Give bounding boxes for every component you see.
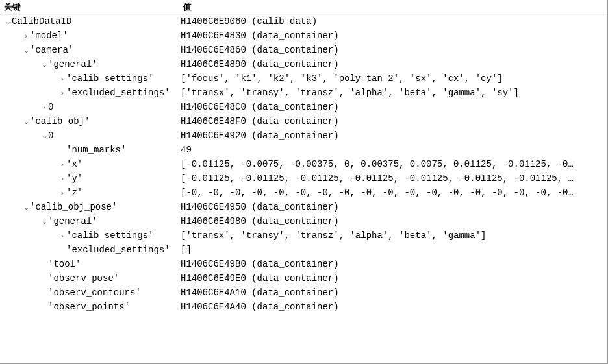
chevron-right-icon[interactable]: › — [40, 101, 48, 114]
node-calib-obj-pose-value: H1406C6E4950 (data_container) — [179, 200, 607, 215]
chevron-right-icon[interactable]: › — [58, 87, 66, 99]
node-pose-excluded-settings-value: [] — [179, 243, 607, 258]
node-observ-pose[interactable]: 'observ_pose' — [0, 272, 179, 286]
node-num-marks-value: 49 — [179, 143, 607, 158]
node-calib-obj-0-value: H1406C6E4920 (data_container) — [179, 129, 607, 143]
node-z[interactable]: ›'z' — [0, 186, 179, 200]
node-camera-0[interactable]: ›0 — [0, 101, 179, 115]
chevron-right-icon[interactable]: › — [22, 30, 30, 42]
node-camera-0-value: H1406C6E48C0 (data_container) — [179, 101, 607, 115]
node-camera-calib-settings[interactable]: ›'calib_settings' — [0, 72, 179, 86]
header-key[interactable]: 关键 — [0, 0, 179, 15]
node-camera-general-value: H1406C6E4890 (data_container) — [179, 58, 607, 72]
chevron-down-icon[interactable]: ⌄ — [22, 201, 30, 213]
node-observ-points[interactable]: 'observ_points' — [0, 300, 179, 315]
chevron-down-icon[interactable]: ⌄ — [4, 16, 12, 28]
node-calib-obj-pose[interactable]: ⌄'calib_obj_pose' — [0, 200, 179, 215]
node-model-label: 'model' — [30, 30, 68, 41]
chevron-right-icon[interactable]: › — [58, 230, 66, 242]
node-x-value: [-0.01125, -0.0075, -0.00375, 0, 0.00375… — [179, 158, 607, 172]
node-calib-obj[interactable]: ⌄'calib_obj' — [0, 115, 179, 129]
node-camera-0-label: 0 — [48, 102, 53, 112]
node-observ-contours-value: H1406C6E4A10 (data_container) — [179, 286, 607, 300]
node-calibdataid-label: CalibDataID — [12, 16, 71, 27]
node-pose-excluded-settings[interactable]: 'excluded_settings' — [0, 243, 179, 258]
node-calib-obj-pose-label: 'calib_obj_pose' — [30, 202, 117, 212]
node-tool-value: H1406C6E49B0 (data_container) — [179, 258, 607, 272]
node-num-marks[interactable]: 'num_marks' — [0, 143, 179, 158]
node-camera-general[interactable]: ⌄'general' — [0, 58, 179, 72]
tree-view-panel: 关键 值 ⌄CalibDataIDH1406C6E9060 (calib_dat… — [0, 0, 607, 363]
node-pose-general-label: 'general' — [48, 216, 97, 226]
node-camera-excluded-settings-label: 'excluded_settings' — [66, 88, 170, 98]
node-observ-contours[interactable]: 'observ_contours' — [0, 286, 179, 300]
node-camera-calib-settings-value: ['focus', 'k1', 'k2', 'k3', 'poly_tan_2'… — [179, 72, 607, 86]
node-camera-general-label: 'general' — [48, 59, 97, 69]
node-num-marks-label: 'num_marks' — [66, 145, 126, 155]
node-model-value: H1406C6E4830 (data_container) — [179, 29, 607, 43]
node-model[interactable]: ›'model' — [0, 29, 179, 43]
node-calib-obj-0[interactable]: ⌄0 — [0, 129, 179, 143]
chevron-down-icon[interactable]: ⌄ — [22, 115, 30, 128]
chevron-down-icon[interactable]: ⌄ — [40, 130, 48, 142]
node-pose-general-value: H1406C6E4980 (data_container) — [179, 215, 607, 229]
node-calib-obj-0-label: 0 — [48, 130, 53, 141]
node-pose-general[interactable]: ⌄'general' — [0, 215, 179, 229]
node-calib-obj-label: 'calib_obj' — [30, 116, 90, 127]
node-observ-points-label: 'observ_points' — [48, 302, 130, 312]
chevron-down-icon[interactable]: ⌄ — [22, 44, 30, 56]
node-x[interactable]: ›'x' — [0, 158, 179, 172]
tree-grid: 关键 值 ⌄CalibDataIDH1406C6E9060 (calib_dat… — [0, 0, 607, 315]
node-camera[interactable]: ⌄'camera' — [0, 43, 179, 58]
node-tool[interactable]: 'tool' — [0, 258, 179, 272]
node-camera-value: H1406C6E4860 (data_container) — [179, 43, 607, 58]
node-z-value: [-0, -0, -0, -0, -0, -0, -0, -0, -0, -0,… — [179, 186, 607, 200]
node-z-label: 'z' — [66, 188, 82, 198]
node-y[interactable]: ›'y' — [0, 172, 179, 186]
node-y-value: [-0.01125, -0.01125, -0.01125, -0.01125,… — [179, 172, 607, 186]
node-calibdataid[interactable]: ⌄CalibDataID — [0, 15, 179, 29]
chevron-right-icon[interactable]: › — [58, 187, 66, 199]
node-observ-pose-label: 'observ_pose' — [48, 273, 119, 284]
node-observ-pose-value: H1406C6E49E0 (data_container) — [179, 272, 607, 286]
chevron-right-icon[interactable]: › — [58, 73, 66, 85]
node-pose-calib-settings-value: ['transx', 'transy', 'transz', 'alpha', … — [179, 229, 607, 243]
node-calib-obj-value: H1406C6E48F0 (data_container) — [179, 115, 607, 129]
node-calibdataid-value: H1406C6E9060 (calib_data) — [179, 15, 607, 29]
node-pose-calib-settings[interactable]: ›'calib_settings' — [0, 229, 179, 243]
chevron-down-icon[interactable]: ⌄ — [40, 215, 48, 228]
header-value[interactable]: 值 — [179, 0, 607, 15]
chevron-right-icon[interactable]: › — [58, 173, 66, 185]
chevron-right-icon[interactable]: › — [58, 158, 66, 171]
node-pose-excluded-settings-label: 'excluded_settings' — [66, 245, 170, 255]
node-tool-label: 'tool' — [48, 259, 81, 269]
node-camera-excluded-settings[interactable]: ›'excluded_settings' — [0, 86, 179, 101]
node-observ-points-value: H1406C6E4A40 (data_container) — [179, 300, 607, 315]
node-y-label: 'y' — [66, 173, 82, 184]
node-x-label: 'x' — [66, 159, 82, 169]
node-camera-label: 'camera' — [30, 45, 73, 55]
node-camera-calib-settings-label: 'calib_settings' — [66, 73, 153, 84]
node-observ-contours-label: 'observ_contours' — [48, 287, 141, 298]
node-pose-calib-settings-label: 'calib_settings' — [66, 230, 153, 241]
chevron-down-icon[interactable]: ⌄ — [40, 58, 48, 71]
node-camera-excluded-settings-value: ['transx', 'transy', 'transz', 'alpha', … — [179, 86, 607, 101]
